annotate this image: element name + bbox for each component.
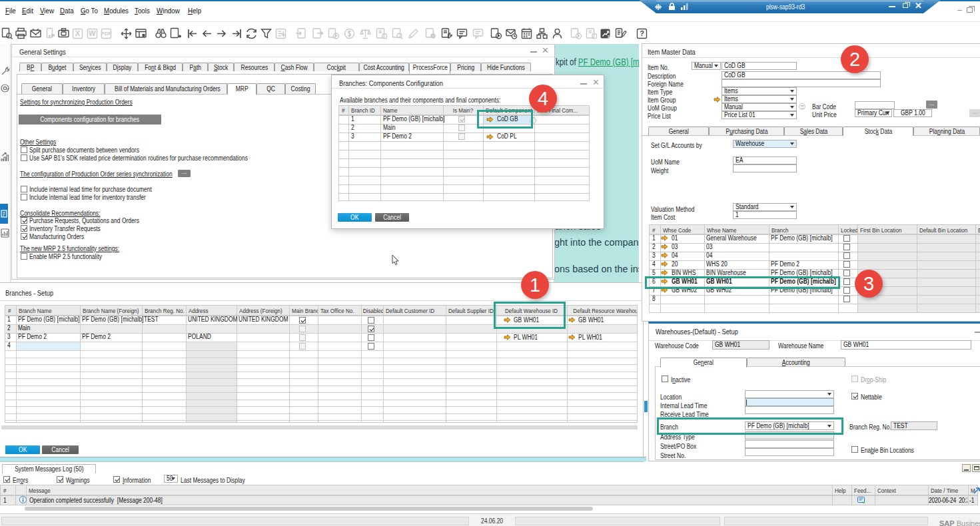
svg-text:S: S [608, 35, 610, 39]
